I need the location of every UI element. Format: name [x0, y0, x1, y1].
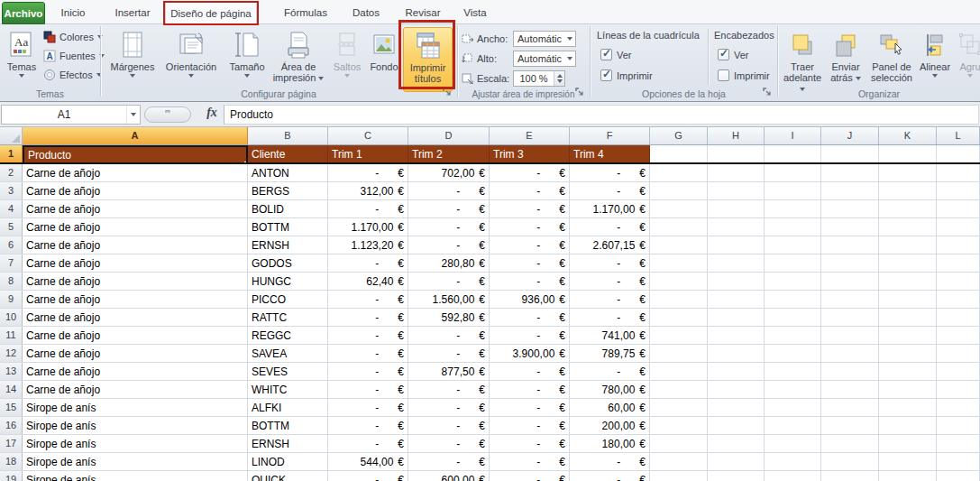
- cell[interactable]: [765, 273, 821, 290]
- name-box[interactable]: A1: [1, 105, 141, 125]
- cell[interactable]: [708, 254, 765, 272]
- cell[interactable]: [765, 218, 821, 236]
- cell[interactable]: ERNSH: [248, 435, 328, 452]
- column-header-e[interactable]: E: [490, 127, 570, 144]
- dialog-launcher-icon[interactable]: [574, 87, 586, 98]
- row-header-11[interactable]: 11: [0, 327, 23, 344]
- dialog-launcher-icon[interactable]: [442, 87, 453, 98]
- cell[interactable]: [708, 381, 765, 398]
- cell[interactable]: 936,00€: [490, 291, 570, 308]
- cell[interactable]: WHITC: [248, 381, 328, 398]
- cell[interactable]: 1.560,00€: [408, 291, 490, 308]
- cell[interactable]: -€: [490, 182, 570, 199]
- cell[interactable]: [765, 435, 821, 452]
- cell[interactable]: SAVEA: [248, 345, 328, 362]
- cell[interactable]: [708, 399, 765, 416]
- cell[interactable]: HUNGC: [248, 273, 328, 290]
- row-header-18[interactable]: 18: [0, 453, 23, 470]
- cell[interactable]: [650, 273, 708, 290]
- cell[interactable]: -€: [328, 327, 408, 344]
- cell[interactable]: -€: [490, 218, 570, 236]
- cell[interactable]: [650, 327, 708, 344]
- cell[interactable]: 2.607,15€: [570, 236, 650, 254]
- cell[interactable]: [937, 182, 980, 199]
- cell[interactable]: [879, 273, 937, 290]
- cell[interactable]: -€: [570, 363, 650, 380]
- row-header-1[interactable]: 1: [0, 145, 23, 162]
- tab-revisar[interactable]: Revisar: [395, 2, 451, 24]
- cell[interactable]: -€: [328, 291, 408, 308]
- colores-button[interactable]: Colores: [41, 29, 106, 45]
- cell[interactable]: [650, 471, 708, 481]
- row-header-14[interactable]: 14: [0, 381, 23, 398]
- cell[interactable]: [879, 381, 937, 398]
- enviar-atras-button[interactable]: Enviaratrás: [826, 27, 866, 83]
- cell[interactable]: ERNSH: [248, 236, 328, 254]
- cell[interactable]: BOLID: [248, 200, 328, 217]
- cell[interactable]: -€: [490, 417, 570, 434]
- cell[interactable]: Sirope de anís: [23, 435, 248, 452]
- cell[interactable]: 280,80€: [408, 254, 490, 272]
- cell[interactable]: [937, 254, 980, 272]
- cell[interactable]: [879, 236, 937, 254]
- cell[interactable]: -€: [490, 453, 570, 470]
- cell[interactable]: 200,00€: [570, 417, 650, 434]
- escala-spinbox[interactable]: 100 %: [513, 70, 565, 87]
- cell[interactable]: [708, 200, 765, 217]
- cell[interactable]: Carne de añojo: [23, 381, 248, 398]
- cell[interactable]: -€: [490, 327, 570, 344]
- dropdown-caret[interactable]: [563, 51, 575, 66]
- column-header-j[interactable]: J: [821, 127, 879, 144]
- cell[interactable]: 780,00€: [570, 381, 650, 398]
- cell[interactable]: [879, 417, 937, 434]
- cell[interactable]: Carne de añojo: [23, 291, 248, 308]
- area-de-impresion-button[interactable]: Área de impresión: [270, 27, 326, 83]
- tab-formulas[interactable]: Fórmulas: [270, 2, 341, 24]
- cell[interactable]: [708, 345, 765, 362]
- cell[interactable]: [650, 218, 708, 236]
- cell[interactable]: 180,00€: [570, 435, 650, 452]
- gridlines-imprimir-checkbox[interactable]: ✓ Imprimir: [600, 69, 653, 82]
- spinner-arrows[interactable]: [554, 71, 564, 86]
- cell[interactable]: 600,00€: [408, 471, 490, 481]
- cell[interactable]: [650, 417, 708, 434]
- cell[interactable]: [765, 291, 821, 308]
- cell[interactable]: [650, 291, 708, 308]
- row-header-16[interactable]: 16: [0, 417, 23, 434]
- cell[interactable]: -€: [328, 164, 408, 181]
- cell[interactable]: 789,75€: [570, 345, 650, 362]
- cell[interactable]: [708, 471, 765, 481]
- cell[interactable]: 1.170,00€: [570, 200, 650, 217]
- cell[interactable]: -€: [570, 218, 650, 236]
- cell[interactable]: RATTC: [248, 309, 328, 326]
- row-header-6[interactable]: 6: [0, 236, 23, 254]
- cell[interactable]: [821, 417, 879, 434]
- cell-a1-selected[interactable]: Producto: [23, 145, 248, 162]
- cell[interactable]: [650, 309, 708, 326]
- formula-bar-grip[interactable]: [144, 106, 191, 123]
- cell[interactable]: [708, 182, 765, 199]
- cell[interactable]: 877,50€: [408, 363, 490, 380]
- cell[interactable]: [821, 381, 879, 398]
- cell[interactable]: [821, 435, 879, 452]
- alto-combo[interactable]: Automátic: [513, 51, 576, 67]
- cell[interactable]: [765, 236, 821, 254]
- row-header-2[interactable]: 2: [0, 164, 23, 181]
- cell[interactable]: Trim 1: [328, 145, 408, 162]
- gridlines-ver-checkbox[interactable]: ✓ Ver: [600, 48, 632, 61]
- cell[interactable]: BERGS: [248, 182, 328, 199]
- row-header-4[interactable]: 4: [0, 200, 23, 217]
- cell[interactable]: 62,40€: [328, 273, 408, 290]
- alinear-button[interactable]: Alinear: [915, 27, 955, 78]
- cell[interactable]: PICCO: [248, 291, 328, 308]
- tab-inicio[interactable]: Inicio: [50, 2, 96, 24]
- cell[interactable]: 1.123,20€: [328, 236, 408, 254]
- cell[interactable]: [708, 164, 765, 181]
- fondo-button[interactable]: Fondo: [366, 27, 402, 72]
- cell[interactable]: [650, 236, 708, 254]
- column-header-d[interactable]: D: [408, 127, 490, 144]
- cell[interactable]: [821, 236, 879, 254]
- temas-button[interactable]: Aa Temas: [4, 27, 40, 78]
- cell[interactable]: -€: [490, 236, 570, 254]
- tab-datos[interactable]: Datos: [344, 2, 388, 24]
